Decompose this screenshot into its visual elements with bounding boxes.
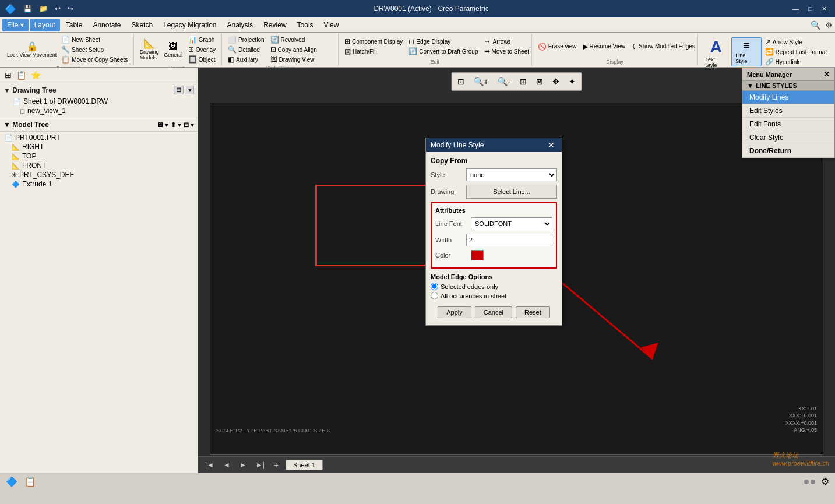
- model-item-extrude[interactable]: 🔷 Extrude 1: [0, 179, 198, 189]
- nav-prev-btn[interactable]: ◄: [221, 460, 232, 470]
- canvas-refit-btn[interactable]: ⊞: [516, 75, 531, 89]
- copy-align-btn[interactable]: ⊡ Copy and Align: [268, 45, 319, 54]
- hatch-fill-btn[interactable]: ▨ Hatch/Fill: [342, 47, 405, 56]
- menu-review[interactable]: Review: [259, 19, 291, 31]
- convert-draft-btn[interactable]: 🔃 Convert to Draft Group: [406, 47, 480, 56]
- show-modified-edges-btn[interactable]: ⤹ Show Modified Edges: [629, 42, 697, 51]
- lock-view-btn[interactable]: 🔒 Lock View Movement: [6, 41, 58, 59]
- radio-selected-edges-input[interactable]: [431, 283, 438, 290]
- quick-access-open[interactable]: 📁: [39, 5, 48, 13]
- auxiliary-btn[interactable]: ◧ Auxiliary: [226, 55, 266, 64]
- sheet-tree-item[interactable]: 📄 Sheet 1 of DRW0001.DRW: [3, 97, 194, 106]
- close-btn[interactable]: ✕: [818, 4, 830, 14]
- panel-icon-3[interactable]: ⭐: [30, 69, 42, 81]
- reset-btn[interactable]: Reset: [516, 306, 550, 318]
- status-settings-btn[interactable]: ⚙: [820, 475, 830, 488]
- cancel-btn[interactable]: Cancel: [475, 306, 512, 318]
- detailed-btn[interactable]: 🔍 Detailed: [226, 45, 266, 54]
- arrow-style-btn[interactable]: ↗ Arrow Style: [763, 37, 829, 47]
- radio-all-occurrences-input[interactable]: [431, 292, 438, 299]
- move-to-sheet-btn[interactable]: ➡ Move to Sheet: [482, 47, 531, 56]
- mm-item-edit-fonts[interactable]: Edit Fonts: [742, 118, 834, 131]
- menu-annotate[interactable]: Annotate: [88, 19, 125, 31]
- drawing-models-btn[interactable]: 📐 DrawingModels: [138, 38, 161, 62]
- style-select[interactable]: none: [466, 168, 557, 181]
- drawing-tree-expand-btn[interactable]: ⊟: [174, 86, 184, 94]
- add-sheet-btn[interactable]: +: [272, 460, 281, 470]
- drawing-tree-menu-btn[interactable]: ▾: [186, 86, 194, 94]
- canvas-snap-btn[interactable]: ✦: [565, 75, 580, 89]
- title-bar: 🔷 💾 📁 ↩ ↪ DRW0001 (Active) - Creo Parame…: [0, 0, 835, 17]
- move-copy-btn[interactable]: 📋 Move or Copy Sheets: [59, 55, 130, 64]
- settings-icon[interactable]: ⚙: [825, 20, 833, 30]
- nav-next-btn[interactable]: ►: [237, 460, 249, 470]
- model-item-prt0001[interactable]: 📄 PRT0001.PRT: [0, 133, 198, 142]
- search-icon[interactable]: 🔍: [811, 20, 820, 30]
- canvas-area[interactable]: ⊡ 🔍+ 🔍- ⊞ ⊠ ✥ ✦ SCALE:1:2 TYPE:PART NAME…: [198, 68, 835, 473]
- dialog-close-btn[interactable]: ✕: [545, 140, 557, 150]
- panel-icon-1[interactable]: ⊞: [3, 69, 13, 81]
- canvas-zoom-out-btn[interactable]: 🔍-: [494, 75, 515, 89]
- color-swatch[interactable]: [471, 250, 484, 260]
- revolved-btn[interactable]: 🔄 Revolved: [268, 35, 319, 44]
- canvas-prev-view-btn[interactable]: ⊠: [532, 75, 547, 89]
- status-icon-btn-2[interactable]: 📋: [23, 475, 37, 488]
- model-item-csys[interactable]: ✳ PRT_CSYS_DEF: [0, 170, 198, 179]
- model-item-front[interactable]: 📐 FRONT: [0, 161, 198, 170]
- menu-view[interactable]: View: [319, 19, 344, 31]
- minimize-btn[interactable]: —: [789, 4, 802, 14]
- model-item-right[interactable]: 📐 RIGHT: [0, 142, 198, 151]
- sheet-setup-btn[interactable]: 🔧 Sheet Setup: [59, 45, 130, 54]
- sheet-tab[interactable]: Sheet 1: [286, 460, 323, 470]
- canvas-fit-btn[interactable]: ⊡: [453, 75, 468, 89]
- menu-sketch[interactable]: Sketch: [126, 19, 157, 31]
- drawing-view-btn[interactable]: 🖼 Drawing View: [268, 55, 319, 64]
- quick-access-undo[interactable]: ↩: [55, 5, 61, 13]
- mm-item-done-return[interactable]: Done/Return: [742, 144, 834, 158]
- hyperlink-btn[interactable]: 🔗 Hyperlink: [763, 57, 829, 66]
- quick-access-save[interactable]: 💾: [23, 5, 32, 13]
- menu-file[interactable]: File ▾: [2, 19, 29, 31]
- menu-analysis[interactable]: Analysis: [223, 19, 258, 31]
- component-display-btn[interactable]: ⊞ Component Display: [342, 37, 405, 46]
- mm-item-edit-styles[interactable]: Edit Styles: [742, 104, 834, 118]
- arrows-btn[interactable]: → Arrows: [482, 37, 531, 46]
- model-item-top[interactable]: 📐 TOP: [0, 151, 198, 161]
- model-tree-ctrl-3[interactable]: ⊟ ▾: [184, 121, 194, 129]
- drawing-tree-header[interactable]: ▼ Drawing Tree ⊟ ▾: [3, 86, 194, 94]
- canvas-pan-btn[interactable]: ✥: [548, 75, 563, 89]
- mm-item-modify-lines[interactable]: Modify Lines: [742, 91, 834, 104]
- apply-btn[interactable]: Apply: [438, 306, 471, 318]
- width-input[interactable]: [466, 234, 552, 246]
- view-tree-item[interactable]: ◻ new_view_1: [3, 106, 194, 115]
- maximize-btn[interactable]: □: [805, 4, 816, 14]
- menu-layout[interactable]: Layout: [30, 19, 60, 31]
- new-sheet-btn[interactable]: 📄 New Sheet: [59, 35, 130, 44]
- menu-tools[interactable]: Tools: [293, 19, 318, 31]
- quick-access-redo[interactable]: ↪: [68, 5, 73, 13]
- nav-first-btn[interactable]: |◄: [203, 460, 216, 470]
- overlay-btn[interactable]: ⊞ Overlay: [186, 45, 218, 54]
- general-btn[interactable]: 🖼 General: [162, 41, 185, 59]
- text-style-btn[interactable]: A Text Style: [702, 37, 730, 70]
- canvas-zoom-in-btn[interactable]: 🔍+: [470, 75, 492, 89]
- edge-display-btn[interactable]: ◻ Edge Display: [406, 37, 480, 46]
- panel-icon-2[interactable]: 📋: [15, 69, 27, 81]
- mm-close-btn[interactable]: ✕: [823, 70, 830, 79]
- graph-btn[interactable]: 📊 Graph: [186, 35, 218, 44]
- object-btn[interactable]: 🔲 Object: [186, 55, 218, 64]
- menu-table[interactable]: Table: [61, 19, 87, 31]
- mm-item-clear-style[interactable]: Clear Style: [742, 131, 834, 144]
- repeat-last-format-btn[interactable]: 🔁 Repeat Last Format: [763, 47, 829, 57]
- nav-last-btn[interactable]: ►|: [253, 460, 267, 470]
- select-line-btn[interactable]: Select Line...: [466, 185, 557, 199]
- menu-legacy[interactable]: Legacy Migration: [158, 19, 221, 31]
- status-icon-btn-1[interactable]: 🔷: [5, 475, 19, 488]
- model-tree-ctrl-1[interactable]: 🖥 ▾: [157, 121, 168, 129]
- model-tree-ctrl-2[interactable]: ⬆ ▾: [171, 121, 181, 129]
- resume-view-btn[interactable]: ▶ Resume View: [580, 42, 628, 51]
- line-font-select[interactable]: SOLIDFONT: [471, 217, 552, 230]
- projection-btn[interactable]: ⬜ Projection: [226, 35, 266, 44]
- line-style-btn[interactable]: ≡ Line Style: [731, 37, 761, 66]
- erase-view-btn[interactable]: 🚫 Erase view: [535, 42, 579, 51]
